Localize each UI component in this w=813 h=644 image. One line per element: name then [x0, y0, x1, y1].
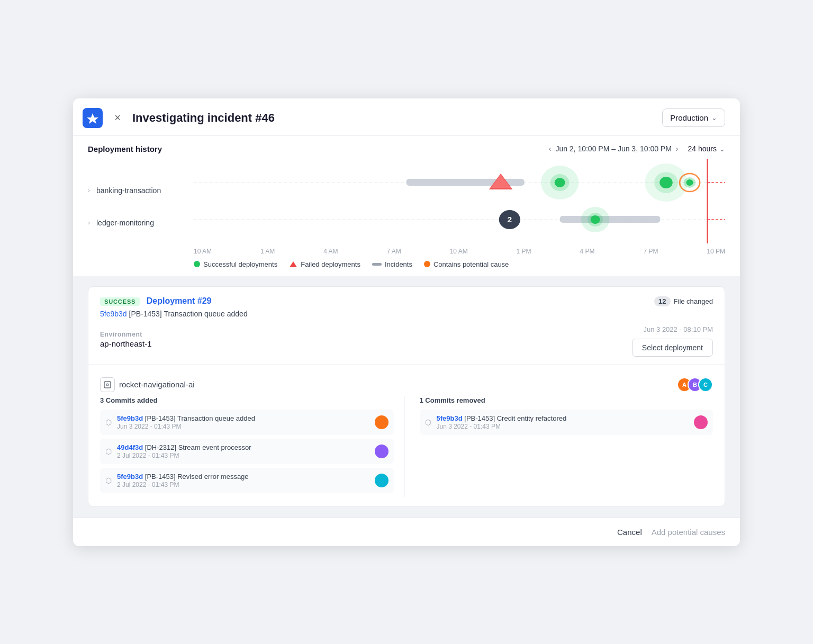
time-label: 7 AM — [386, 248, 401, 255]
commit-msg-text: [PB-1453] Transaction queue added — [129, 310, 248, 318]
chevron-right-icon: › — [88, 187, 90, 194]
add-potential-causes-button[interactable]: Add potential causes — [652, 528, 725, 537]
commits-added-header: 3 Commits added — [100, 396, 394, 404]
service-name: banking-transaction — [96, 186, 161, 195]
close-button[interactable]: × — [109, 110, 126, 126]
commits-removed-column: 1 Commits removed ⬡ 5fe9b3d [PB-1453] Cr… — [404, 396, 713, 497]
svg-point-26 — [106, 384, 109, 386]
date-range-text: Jun 2, 10:00 PM – Jun 3, 10:00 PM — [555, 144, 671, 153]
deployment-title: Deployment #29 — [147, 296, 212, 305]
card-header-left: SUCCESS Deployment #29 — [100, 296, 654, 306]
timeline-svg: 2 — [194, 159, 725, 243]
commit-hash-link[interactable]: 5fe9b3d — [117, 414, 143, 422]
legend-successful: Successful deployments — [194, 260, 277, 268]
time-label: 10 PM — [707, 248, 725, 255]
svg-marker-0 — [87, 113, 98, 124]
commit-icon: ⬡ — [105, 447, 112, 456]
commit-info: 49d4f3d [DH-2312] Stream event processor… — [117, 443, 369, 459]
commits-area: 3 Commits added ⬡ 5fe9b3d [PB-1453] Tran… — [100, 396, 713, 506]
chart-section: Deployment history ‹ Jun 2, 10:00 PM – J… — [73, 136, 740, 276]
time-label: 4 AM — [323, 248, 338, 255]
chart-header: Deployment history ‹ Jun 2, 10:00 PM – J… — [88, 144, 725, 153]
time-label: 4 PM — [580, 248, 595, 255]
commit-date: Jun 3 2022 - 01:43 PM — [437, 423, 689, 430]
commit-date: 2 Jul 2022 - 01:43 PM — [117, 481, 369, 488]
svg-point-14 — [660, 177, 673, 188]
repo-info: rocket-navigational-ai — [100, 377, 195, 392]
chart-service-labels: › banking-transaction › ledger-monitorin… — [88, 159, 194, 255]
date-prev-button[interactable]: ‹ — [549, 144, 552, 153]
incident-bar-icon — [372, 263, 382, 266]
service-item-ledger[interactable]: › ledger-monitoring — [88, 207, 194, 239]
time-label: 10 AM — [450, 248, 468, 255]
env-label: Production — [670, 113, 708, 122]
commit-message-text: 5fe9b3d [PB-1453] Transaction queue adde… — [117, 414, 369, 422]
commit-hash-link[interactable]: 5fe9b3d — [437, 414, 463, 422]
commit-item: ⬡ 5fe9b3d [PB-1453] Transaction queue ad… — [100, 410, 394, 435]
files-badge: 12 — [654, 296, 670, 306]
success-dot-icon — [194, 261, 200, 267]
commit-item: ⬡ 5fe9b3d [PB-1453] Credit entity refact… — [420, 410, 713, 435]
failed-triangle-icon — [289, 260, 297, 268]
commit-info: 5fe9b3d [PB-1453] Transaction queue adde… — [117, 414, 369, 430]
modal-container: × Investigating incident #46 Production … — [73, 98, 740, 546]
commit-icon: ⬡ — [105, 418, 112, 427]
select-deployment-button[interactable]: Select deployment — [632, 339, 713, 357]
commit-hash: 5fe9b3d — [100, 310, 127, 318]
commit-avatar — [375, 474, 389, 487]
commit-message-text: 49d4f3d [DH-2312] Stream event processor — [117, 443, 369, 451]
chart-controls: ‹ Jun 2, 10:00 PM – Jun 3, 10:00 PM › 24… — [549, 144, 725, 153]
cancel-button[interactable]: Cancel — [617, 528, 642, 537]
chart-canvas: 2 10 AM 1 AM 4 AM 7 AM 10 AM 1 PM — [194, 159, 725, 255]
content-section: SUCCESS Deployment #29 12 File changed 5… — [73, 276, 740, 518]
commit-date: 2 Jul 2022 - 01:43 PM — [117, 452, 369, 459]
commit-hash-link[interactable]: 5fe9b3d — [117, 473, 143, 480]
svg-point-11 — [555, 178, 565, 187]
commit-line: 5fe9b3d [PB-1453] Transaction queue adde… — [100, 310, 713, 318]
commit-info: 5fe9b3d [PB-1453] Revised error message … — [117, 473, 369, 488]
files-count: 12 File changed — [654, 296, 713, 306]
time-label: 7 PM — [643, 248, 658, 255]
legend-label: Successful deployments — [203, 260, 277, 268]
legend-incidents: Incidents — [372, 260, 412, 268]
time-window-selector[interactable]: 24 hours ⌄ — [688, 144, 725, 153]
legend-label: Contains potential cause — [433, 260, 509, 268]
logo-icon — [83, 108, 103, 128]
legend-failed: Failed deployments — [289, 260, 360, 268]
chevron-down-icon: ⌄ — [719, 145, 725, 153]
commits-removed-header: 1 Commits removed — [420, 396, 713, 404]
commit-date: Jun 3 2022 - 01:43 PM — [117, 423, 369, 430]
commit-icon: ⬡ — [105, 476, 112, 485]
card-header: SUCCESS Deployment #29 12 File changed — [100, 296, 713, 306]
date-next-button[interactable]: › — [676, 144, 679, 153]
card-header-right: 12 File changed — [654, 296, 713, 306]
svg-marker-24 — [290, 261, 297, 267]
avatar: C — [698, 377, 713, 392]
env-info: Environment ap-northeast-1 — [100, 331, 152, 357]
modal-footer: Cancel Add potential causes — [73, 518, 740, 546]
service-name: ledger-monitoring — [96, 219, 154, 227]
commit-hash-link[interactable]: 49d4f3d — [117, 443, 143, 451]
env-row: Environment ap-northeast-1 Jun 3 2022 - … — [100, 323, 713, 357]
svg-point-17 — [686, 179, 693, 186]
chevron-right-icon: › — [88, 219, 90, 226]
chart-title: Deployment history — [88, 144, 162, 153]
repo-icon — [100, 377, 115, 392]
divider — [88, 364, 725, 365]
commit-message-text: 5fe9b3d [PB-1453] Revised error message — [117, 473, 369, 480]
chevron-down-icon: ⌄ — [711, 114, 717, 122]
time-axis: 10 AM 1 AM 4 AM 7 AM 10 AM 1 PM 4 PM 7 P… — [194, 246, 725, 255]
legend-label: Incidents — [385, 260, 412, 268]
legend-label: Failed deployments — [301, 260, 360, 268]
chart-area: › banking-transaction › ledger-monitorin… — [88, 159, 725, 255]
potential-cause-dot-icon — [424, 261, 430, 267]
environment-selector[interactable]: Production ⌄ — [662, 108, 725, 127]
page-title: Investigating incident #46 — [132, 111, 656, 125]
commits-added-column: 3 Commits added ⬡ 5fe9b3d [PB-1453] Tran… — [100, 396, 394, 497]
commit-avatar — [694, 415, 708, 429]
svg-text:2: 2 — [507, 215, 512, 223]
time-label: 1 AM — [260, 248, 275, 255]
service-item-banking[interactable]: › banking-transaction — [88, 175, 194, 206]
commit-icon: ⬡ — [425, 418, 431, 427]
status-badge: SUCCESS — [100, 297, 140, 306]
